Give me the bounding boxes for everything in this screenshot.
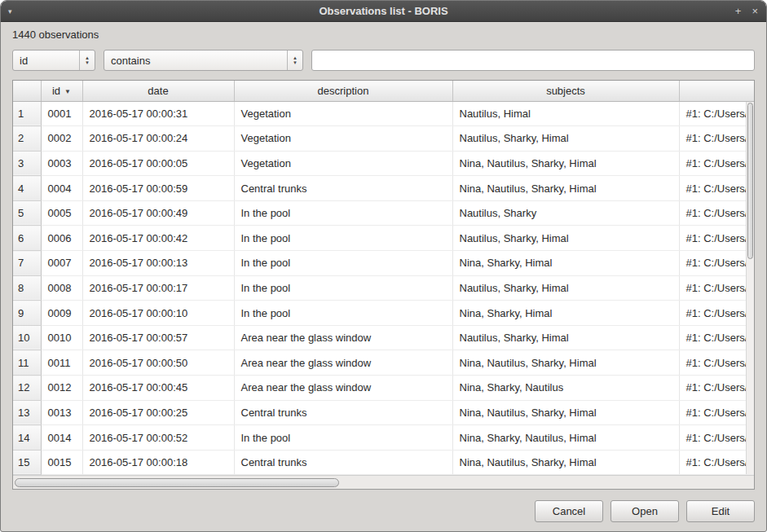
cell-description[interactable]: Vegetation bbox=[234, 101, 452, 126]
table-row[interactable]: 900092016-05-17 00:00:10In the poolNina,… bbox=[13, 301, 754, 326]
cell-date[interactable]: 2016-05-17 00:00:42 bbox=[82, 226, 234, 251]
column-header-id[interactable]: id▼ bbox=[41, 81, 82, 101]
horizontal-scrollbar-thumb[interactable] bbox=[15, 478, 339, 487]
cell-date[interactable]: 2016-05-17 00:00:25 bbox=[82, 400, 234, 425]
cell-date[interactable]: 2016-05-17 00:00:57 bbox=[82, 325, 234, 350]
filter-field-select[interactable]: id ▲▼ bbox=[12, 50, 95, 71]
row-number-cell[interactable]: 5 bbox=[13, 200, 41, 226]
table-row[interactable]: 600062016-05-17 00:00:42In the poolNauti… bbox=[13, 226, 754, 251]
cell-description[interactable]: In the pool bbox=[234, 200, 452, 226]
cell-media[interactable]: #1: C:/Users/ bbox=[679, 200, 754, 226]
table-row[interactable]: 200022016-05-17 00:00:24VegetationNautil… bbox=[13, 126, 754, 152]
cell-date[interactable]: 2016-05-17 00:00:50 bbox=[82, 350, 234, 376]
cell-id[interactable]: 0009 bbox=[41, 301, 82, 326]
table-row[interactable]: 1100112016-05-17 00:00:50Area near the g… bbox=[13, 350, 754, 376]
cell-date[interactable]: 2016-05-17 00:00:24 bbox=[82, 126, 234, 152]
cell-id[interactable]: 0001 bbox=[41, 101, 82, 126]
table-row[interactable]: 1200122016-05-17 00:00:45Area near the g… bbox=[13, 376, 754, 401]
cell-subjects[interactable]: Nautilus, Sharky, Himal bbox=[452, 126, 679, 152]
cell-subjects[interactable]: Nautilus, Himal bbox=[452, 101, 679, 126]
cell-id[interactable]: 0002 bbox=[41, 126, 82, 152]
table-row[interactable]: 1300132016-05-17 00:00:25Central trunksN… bbox=[13, 400, 754, 425]
cell-media[interactable]: #1: C:/Users/ bbox=[679, 151, 754, 176]
table-row[interactable]: 100012016-05-17 00:00:31VegetationNautil… bbox=[13, 101, 754, 126]
cell-id[interactable]: 0012 bbox=[41, 376, 82, 401]
cell-id[interactable]: 0004 bbox=[41, 176, 82, 201]
row-number-cell[interactable]: 8 bbox=[13, 275, 41, 301]
cell-media[interactable]: #1: C:/Users/ bbox=[679, 376, 754, 401]
cell-description[interactable]: Area near the glass window bbox=[234, 325, 452, 350]
cell-date[interactable]: 2016-05-17 00:00:59 bbox=[82, 176, 234, 201]
spinner-arrows-icon[interactable]: ▲▼ bbox=[79, 51, 95, 70]
row-number-cell[interactable]: 2 bbox=[13, 126, 41, 152]
titlebar[interactable]: ▾ Observations list - BORIS + × bbox=[1, 1, 766, 22]
column-header-date[interactable]: date bbox=[82, 81, 234, 101]
table-row[interactable]: 700072016-05-17 00:00:13In the poolNina,… bbox=[13, 251, 754, 276]
cell-subjects[interactable]: Nina, Nautilus, Sharky, Himal bbox=[452, 176, 679, 201]
cell-description[interactable]: Central trunks bbox=[234, 400, 452, 425]
cell-media[interactable]: #1: C:/Users/ bbox=[679, 226, 754, 251]
cell-date[interactable]: 2016-05-17 00:00:10 bbox=[82, 301, 234, 326]
row-number-cell[interactable]: 11 bbox=[13, 350, 41, 376]
cell-subjects[interactable]: Nina, Sharky, Himal bbox=[452, 301, 679, 326]
row-number-cell[interactable]: 3 bbox=[13, 151, 41, 176]
cell-description[interactable]: In the pool bbox=[234, 425, 452, 451]
cell-media[interactable]: #1: C:/Users/ bbox=[679, 275, 754, 301]
cell-media[interactable]: #1: C:/Users/ bbox=[679, 450, 754, 475]
cell-subjects[interactable]: Nautilus, Sharky, Himal bbox=[452, 226, 679, 251]
row-number-cell[interactable]: 14 bbox=[13, 425, 41, 451]
table-row[interactable]: 300032016-05-17 00:00:05VegetationNina, … bbox=[13, 151, 754, 176]
cell-date[interactable]: 2016-05-17 00:00:17 bbox=[82, 275, 234, 301]
table-row[interactable]: 1000102016-05-17 00:00:57Area near the g… bbox=[13, 325, 754, 350]
cell-media[interactable]: #1: C:/Users/ bbox=[679, 400, 754, 425]
row-number-cell[interactable]: 13 bbox=[13, 400, 41, 425]
cell-date[interactable]: 2016-05-17 00:00:45 bbox=[82, 376, 234, 401]
table-row[interactable]: 400042016-05-17 00:00:59Central trunksNi… bbox=[13, 176, 754, 201]
row-number-cell[interactable]: 7 bbox=[13, 251, 41, 276]
cell-subjects[interactable]: Nina, Nautilus, Sharky, Himal bbox=[452, 151, 679, 176]
vertical-scrollbar-thumb[interactable] bbox=[747, 103, 753, 259]
cell-subjects[interactable]: Nina, Sharky, Himal bbox=[452, 251, 679, 276]
cell-media[interactable]: #1: C:/Users/ bbox=[679, 176, 754, 201]
cell-subjects[interactable]: Nina, Nautilus, Sharky, Himal bbox=[452, 450, 679, 475]
column-header-description[interactable]: description bbox=[234, 81, 452, 101]
spinner-arrows-icon[interactable]: ▲▼ bbox=[287, 51, 302, 70]
cell-subjects[interactable]: Nina, Nautilus, Sharky, Himal bbox=[452, 400, 679, 425]
cell-subjects[interactable]: Nautilus, Sharky bbox=[452, 200, 679, 226]
cell-subjects[interactable]: Nautilus, Sharky, Himal bbox=[452, 325, 679, 350]
cell-media[interactable]: #1: C:/Users/ bbox=[679, 126, 754, 152]
cell-subjects[interactable]: Nina, Nautilus, Sharky, Himal bbox=[452, 350, 679, 376]
vertical-scrollbar[interactable] bbox=[746, 102, 754, 474]
cell-id[interactable]: 0007 bbox=[41, 251, 82, 276]
cancel-button[interactable]: Cancel bbox=[535, 500, 603, 522]
row-number-cell[interactable]: 12 bbox=[13, 376, 41, 401]
cell-subjects[interactable]: Nina, Sharky, Nautilus, Himal bbox=[452, 425, 679, 451]
filter-operator-select[interactable]: contains ▲▼ bbox=[104, 50, 303, 71]
cell-date[interactable]: 2016-05-17 00:00:13 bbox=[82, 251, 234, 276]
horizontal-scrollbar[interactable] bbox=[13, 475, 754, 489]
column-header-corner[interactable] bbox=[13, 81, 41, 101]
close-icon[interactable]: × bbox=[752, 6, 758, 16]
row-number-cell[interactable]: 15 bbox=[13, 450, 41, 475]
row-number-cell[interactable]: 10 bbox=[13, 325, 41, 350]
table-row[interactable]: 500052016-05-17 00:00:49In the poolNauti… bbox=[13, 200, 754, 226]
cell-date[interactable]: 2016-05-17 00:00:52 bbox=[82, 425, 234, 451]
cell-description[interactable]: Vegetation bbox=[234, 126, 452, 152]
cell-description[interactable]: In the pool bbox=[234, 275, 452, 301]
cell-date[interactable]: 2016-05-17 00:00:05 bbox=[82, 151, 234, 176]
cell-id[interactable]: 0013 bbox=[41, 400, 82, 425]
cell-id[interactable]: 0010 bbox=[41, 325, 82, 350]
edit-button[interactable]: Edit bbox=[686, 500, 755, 522]
cell-media[interactable]: #1: C:/Users/ bbox=[679, 101, 754, 126]
cell-media[interactable]: #1: C:/Users/ bbox=[679, 350, 754, 376]
cell-description[interactable]: In the pool bbox=[234, 226, 452, 251]
cell-subjects[interactable]: Nina, Sharky, Nautilus bbox=[452, 376, 679, 401]
cell-date[interactable]: 2016-05-17 00:00:49 bbox=[82, 200, 234, 226]
cell-media[interactable]: #1: C:/Users/ bbox=[679, 325, 754, 350]
column-header-media[interactable] bbox=[679, 81, 754, 101]
row-number-cell[interactable]: 9 bbox=[13, 301, 41, 326]
cell-id[interactable]: 0008 bbox=[41, 275, 82, 301]
cell-id[interactable]: 0003 bbox=[41, 151, 82, 176]
cell-subjects[interactable]: Nautilus, Sharky, Himal bbox=[452, 275, 679, 301]
row-number-cell[interactable]: 1 bbox=[13, 101, 41, 126]
